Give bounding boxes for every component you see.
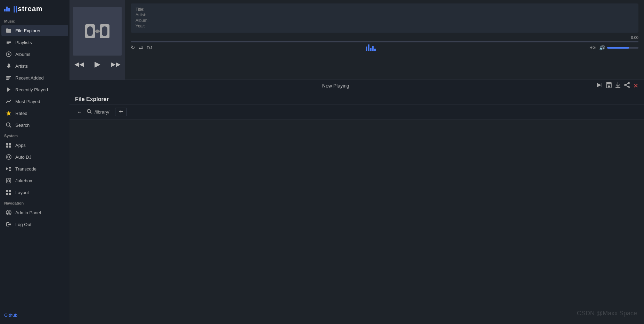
svg-rect-4 <box>6 77 10 78</box>
svg-point-43 <box>628 82 629 84</box>
svg-line-46 <box>626 85 628 87</box>
github-link[interactable]: Github <box>0 310 70 321</box>
next-button[interactable]: ▶▶ <box>109 59 123 69</box>
progress-bar[interactable] <box>131 41 638 42</box>
sidebar-label-recently-played: Recently Played <box>15 87 48 92</box>
sidebar-item-rated[interactable]: Rated <box>1 108 68 119</box>
share-icon[interactable] <box>624 82 630 90</box>
sidebar-item-artists[interactable]: Artists <box>1 60 68 72</box>
system-section-label: System <box>0 131 70 139</box>
sidebar-item-recent-added[interactable]: Recent Added <box>1 72 68 83</box>
now-playing-bar: Now Playing ✕ <box>70 80 644 92</box>
svg-rect-25 <box>6 193 8 195</box>
logo-icon <box>4 7 11 11</box>
svg-rect-17 <box>9 167 11 168</box>
download-icon[interactable] <box>615 82 621 90</box>
logo-bar-3 <box>8 8 10 11</box>
app-logo: ||stream <box>0 0 70 16</box>
sidebar-label-layout: Layout <box>15 190 29 195</box>
progress-area: 0:00 <box>131 35 638 42</box>
main-area: ◀◀ ▶ ▶▶ Title: Artist: <box>70 0 644 324</box>
dj-button[interactable]: DJ <box>147 45 152 50</box>
mic-icon <box>6 63 12 69</box>
navigation-section-label: Navigation <box>0 198 70 207</box>
sidebar-label-log-out: Log Out <box>15 222 31 227</box>
svg-rect-51 <box>119 111 123 112</box>
logo-text: ||stream <box>13 5 43 13</box>
svg-rect-3 <box>6 76 11 77</box>
repeat-icon[interactable]: ↻ <box>131 44 135 51</box>
sidebar-label-search: Search <box>15 123 30 128</box>
svg-line-9 <box>10 126 11 128</box>
close-icon[interactable]: ✕ <box>633 82 638 90</box>
sidebar-item-recently-played[interactable]: Recently Played <box>1 84 68 95</box>
add-folder-button[interactable] <box>115 108 127 116</box>
eq-bar-1 <box>366 47 367 51</box>
svg-rect-24 <box>9 190 11 192</box>
album-label: Album: <box>136 18 150 23</box>
sidebar-label-albums: Albums <box>15 52 30 57</box>
sidebar-item-most-played[interactable]: Most Played <box>1 96 68 107</box>
svg-marker-36 <box>597 83 601 87</box>
sidebar-label-playlists: Playlists <box>15 40 32 45</box>
prev-button[interactable]: ◀◀ <box>72 59 86 69</box>
music-section-label: Music <box>0 16 70 25</box>
back-button[interactable]: ← <box>75 108 84 116</box>
svg-rect-10 <box>6 143 8 145</box>
svg-rect-39 <box>607 82 611 84</box>
eq-bar-3 <box>370 48 372 51</box>
queue-icon[interactable] <box>596 82 603 90</box>
admin-icon <box>6 209 12 216</box>
svg-point-48 <box>87 109 90 113</box>
shuffle-icon[interactable]: ⇄ <box>139 44 143 51</box>
sidebar-label-transcode: Transcode <box>15 166 36 172</box>
album-art-logo <box>82 19 113 43</box>
sidebar-item-transcode[interactable]: Transcode <box>1 163 68 174</box>
time-display: 0:00 <box>131 35 638 40</box>
sidebar-item-admin-panel[interactable]: Admin Panel <box>1 207 68 218</box>
sidebar-label-recent-added: Recent Added <box>15 75 44 81</box>
svg-marker-16 <box>6 167 8 170</box>
sidebar-item-jukebox[interactable]: Jukebox <box>1 175 68 186</box>
svg-point-44 <box>628 86 629 88</box>
auto-dj-icon <box>6 154 12 160</box>
volume-icon[interactable]: 🔊 <box>599 45 605 50</box>
svg-rect-31 <box>87 26 93 36</box>
sidebar-label-artists: Artists <box>15 64 28 69</box>
volume-bar[interactable] <box>607 47 638 49</box>
sidebar-label-jukebox: Jukebox <box>15 178 32 183</box>
svg-marker-6 <box>7 88 10 92</box>
svg-point-45 <box>625 84 626 86</box>
sidebar-item-file-explorer[interactable]: File Explorer <box>1 25 68 36</box>
sidebar-item-albums[interactable]: Albums <box>1 49 68 60</box>
svg-rect-23 <box>6 190 8 192</box>
sidebar-label-auto-dj: Auto DJ <box>15 155 31 160</box>
svg-rect-22 <box>8 179 10 180</box>
year-label: Year: <box>136 24 150 28</box>
path-display: /library/ <box>95 109 109 115</box>
svg-rect-40 <box>608 85 610 88</box>
sidebar-item-search[interactable]: Search <box>1 119 68 131</box>
equalizer-icon[interactable] <box>366 44 376 51</box>
eq-bar-2 <box>368 44 369 51</box>
sidebar-item-log-out[interactable]: Log Out <box>1 219 68 230</box>
eq-bar-4 <box>372 46 374 51</box>
save-icon[interactable] <box>606 82 612 90</box>
transport-controls-row: ↻ ⇄ DJ RG <box>131 44 638 51</box>
trending-icon <box>6 98 12 105</box>
sidebar-item-layout[interactable]: Layout <box>1 187 68 198</box>
sidebar-item-auto-dj[interactable]: Auto DJ <box>1 151 68 163</box>
svg-rect-26 <box>9 193 11 195</box>
volume-area: 🔊 <box>599 45 638 50</box>
logo-bar-1 <box>4 9 6 11</box>
album-art-panel: ◀◀ ▶ ▶▶ <box>70 0 125 80</box>
play-button[interactable]: ▶ <box>92 58 103 70</box>
action-icons: ✕ <box>596 82 638 90</box>
list-icon <box>6 39 12 45</box>
svg-point-15 <box>8 156 10 158</box>
sidebar-item-playlists[interactable]: Playlists <box>1 37 68 48</box>
sidebar-item-apps[interactable]: Apps <box>1 140 68 151</box>
svg-rect-33 <box>102 26 107 36</box>
search-icon <box>6 122 12 128</box>
layout-icon <box>6 189 12 196</box>
